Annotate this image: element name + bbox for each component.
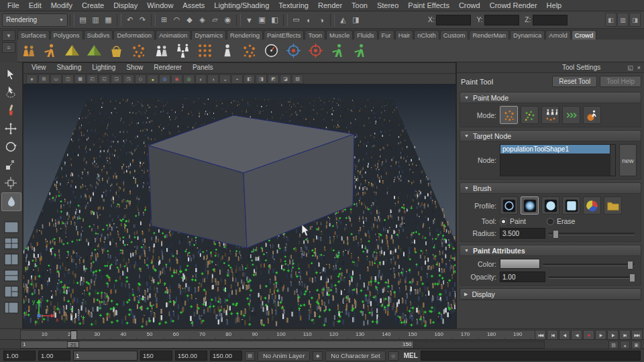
- anim-start-field[interactable]: 1.00: [3, 351, 36, 361]
- shelf-tab-fluids[interactable]: Fluids: [354, 30, 377, 40]
- soft-profile-button[interactable]: [521, 196, 539, 215]
- menu-texturing[interactable]: Texturing: [274, 1, 313, 10]
- menu-modify[interactable]: Modify: [46, 1, 77, 10]
- snap-curve-icon[interactable]: ◠: [170, 13, 183, 26]
- new-node-button[interactable]: new: [619, 144, 637, 176]
- shelf-tab-ncloth[interactable]: nCloth: [414, 30, 439, 40]
- step-forward-key-button[interactable]: |▶: [607, 330, 619, 340]
- attribute-editor-toggle-icon[interactable]: ◧: [605, 13, 616, 27]
- node-list[interactable]: populationToolShape1: [500, 144, 616, 176]
- snap-point-icon[interactable]: ◆: [183, 13, 196, 26]
- two-pane-side-layout[interactable]: [3, 252, 20, 267]
- viewport-menu-renderer[interactable]: Renderer: [148, 63, 187, 73]
- save-scene-icon[interactable]: ▦: [102, 13, 115, 26]
- range-slider[interactable]: 1 150 21: [20, 341, 545, 349]
- menu-display[interactable]: Display: [109, 1, 142, 10]
- slider-handle[interactable]: [627, 261, 633, 269]
- paint-mode-header[interactable]: ▼ Paint Mode: [460, 93, 641, 103]
- shelf-tab-dynamica[interactable]: Dynamica: [510, 30, 545, 40]
- four-pane-layout[interactable]: [3, 236, 20, 251]
- grid-toggle-icon[interactable]: ⊞: [38, 74, 50, 84]
- shelf-tab-hair[interactable]: Hair: [395, 30, 413, 40]
- crowd-group-shelf-icon[interactable]: [150, 41, 170, 61]
- population-tool-shelf-icon[interactable]: [128, 41, 148, 61]
- orient-target-shelf-icon[interactable]: [283, 41, 303, 61]
- character-set-selector[interactable]: No Character Set: [325, 351, 385, 361]
- menu-set-selector[interactable]: Rendering ▼: [2, 13, 68, 27]
- select-hierarchy-icon[interactable]: ▼: [243, 13, 256, 26]
- paint-tool-current[interactable]: [1, 192, 21, 211]
- open-scene-icon[interactable]: ▥: [89, 13, 102, 26]
- shelf-editor-icon[interactable]: ≡: [2, 42, 15, 53]
- current-frame-handle[interactable]: 21: [67, 341, 79, 348]
- use-lights-icon[interactable]: ◉: [171, 74, 182, 84]
- paint-radio[interactable]: Paint: [500, 217, 526, 225]
- playback-end-field[interactable]: 150.00: [175, 351, 207, 361]
- resolution-gate-icon[interactable]: ◫: [62, 74, 74, 84]
- ipr-render-icon[interactable]: ◐: [303, 13, 315, 26]
- gamma-control-icon[interactable]: ◪: [280, 74, 291, 84]
- slider-handle[interactable]: [553, 230, 559, 239]
- play-backwards-button[interactable]: ◀: [571, 330, 582, 340]
- stop-playback-button[interactable]: ■: [583, 330, 594, 340]
- mannequin-shelf-icon[interactable]: [217, 41, 237, 61]
- snap-plane-icon[interactable]: ▱: [209, 13, 221, 26]
- solid-profile-button[interactable]: [541, 196, 559, 215]
- xray-mode-icon[interactable]: ◨: [256, 74, 267, 84]
- coord-input-0[interactable]: [436, 15, 471, 25]
- command-line-input[interactable]: [421, 351, 641, 361]
- opacity-field[interactable]: 1.00: [500, 272, 545, 282]
- add-entities-shelf-icon[interactable]: [172, 41, 193, 61]
- channel-box-toggle-icon[interactable]: ◨: [629, 13, 641, 27]
- redo-icon[interactable]: ↷: [136, 13, 149, 26]
- character-key-icon[interactable]: ◆: [313, 351, 323, 361]
- shelf-tab-toon[interactable]: Toon: [305, 30, 325, 40]
- playback-end-spin[interactable]: 150: [140, 351, 172, 361]
- lasso-select-tool[interactable]: [1, 84, 20, 101]
- new-scene-icon[interactable]: ▤: [76, 13, 89, 26]
- single-pane-layout[interactable]: [3, 220, 20, 235]
- select-camera-icon[interactable]: ▼: [26, 74, 38, 84]
- menu-edit[interactable]: Edit: [24, 1, 46, 10]
- textured-mode-icon[interactable]: ◍: [159, 74, 170, 84]
- screen-ao-icon[interactable]: ◐: [195, 74, 207, 84]
- square-profile-button[interactable]: [562, 196, 580, 215]
- shelf-tab-subdivs[interactable]: Subdivs: [84, 30, 113, 40]
- gate-mask-icon[interactable]: ▦: [74, 74, 86, 84]
- color-wheel-profile-button[interactable]: [583, 196, 601, 215]
- menu-crowd[interactable]: Crowd: [454, 1, 485, 10]
- erase-radio[interactable]: Erase: [547, 217, 575, 225]
- film-gate-icon[interactable]: ▭: [50, 74, 62, 84]
- anim-layer-icon[interactable]: ▤: [245, 351, 255, 361]
- depth-of-field-icon[interactable]: ◓: [231, 74, 243, 84]
- undo-icon[interactable]: ↶: [123, 13, 136, 26]
- radius-slider[interactable]: [549, 229, 635, 238]
- tool-settings-titlebar[interactable]: Tool Settings ◱ ×: [457, 62, 644, 73]
- shelf-tab-renderman[interactable]: RenderMan: [469, 30, 509, 40]
- shelf-tab-fur[interactable]: Fur: [378, 30, 394, 40]
- close-icon[interactable]: ×: [637, 64, 641, 71]
- scale-tool[interactable]: [1, 156, 20, 174]
- terrain-locator-shelf-icon[interactable]: [62, 41, 82, 61]
- place-mode-button[interactable]: [500, 106, 518, 124]
- menu-window[interactable]: Window: [142, 1, 178, 10]
- viewport-3d[interactable]: [23, 84, 455, 328]
- mel-toggle[interactable]: MEL: [404, 352, 418, 359]
- orient-mode-button[interactable]: [562, 106, 580, 124]
- anim-end-field[interactable]: 150.00: [210, 351, 242, 361]
- step-back-key-button[interactable]: ◀|: [559, 330, 570, 340]
- exposure-control-icon[interactable]: ◩: [268, 74, 279, 84]
- menu-crowd-render[interactable]: Crowd Render: [485, 1, 542, 10]
- wireframe-icon[interactable]: ◇: [135, 74, 146, 84]
- move-tool[interactable]: [1, 120, 20, 137]
- keyframe-icon[interactable]: ◇: [388, 351, 398, 361]
- brush-header[interactable]: ▼ Brush: [460, 183, 641, 194]
- export-run-shelf-icon[interactable]: [327, 41, 347, 61]
- color-slider[interactable]: [543, 259, 635, 269]
- replace-mode-button[interactable]: [521, 106, 539, 124]
- shelf-tab-dynamics[interactable]: Dynamics: [191, 30, 226, 40]
- shelf-tab-custom[interactable]: Custom: [440, 30, 469, 40]
- paint-effects-panel-icon[interactable]: ◭: [337, 13, 350, 26]
- paint-attributes-header[interactable]: ▼ Paint Attributes: [460, 245, 641, 256]
- two-pane-stacked-layout[interactable]: [3, 268, 20, 283]
